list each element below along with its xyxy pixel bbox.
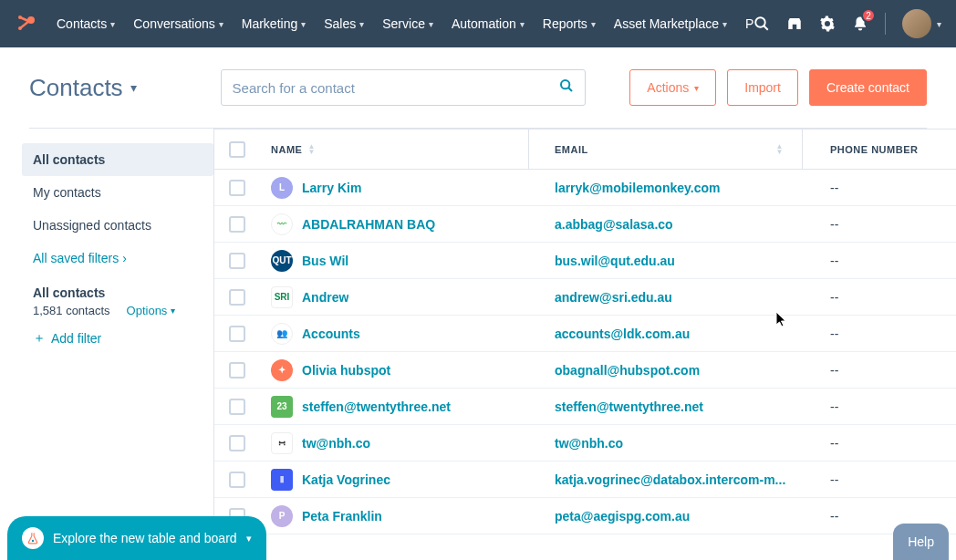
nav-reports[interactable]: Reports▾	[534, 9, 605, 38]
search-input[interactable]	[233, 80, 559, 96]
table-row[interactable]: P Peta Franklin peta@aegispg.com.au --	[214, 498, 956, 534]
contact-name[interactable]: ABDALRAHMAN BAQ	[302, 217, 435, 232]
nav-asset-marketplace[interactable]: Asset Marketplace▾	[605, 9, 736, 38]
contact-avatar: ⦀	[271, 469, 293, 491]
chevron-down-icon: ▾	[130, 80, 137, 95]
table-row[interactable]: ∺ tw@nbh.co tw@nbh.co --	[214, 425, 956, 461]
help-button[interactable]: Help	[893, 524, 949, 560]
contact-name[interactable]: Accounts	[302, 327, 360, 341]
top-nav: Contacts▾ Conversations▾ Marketing▾ Sale…	[0, 0, 956, 47]
page-title-dropdown[interactable]: Contacts ▾	[29, 74, 137, 102]
contact-avatar: P	[271, 505, 293, 527]
contact-email[interactable]: andrew@sri.edu.au	[529, 290, 803, 305]
column-name[interactable]: NAME▲▼	[260, 130, 529, 169]
table-body: L Larry Kim larryk@mobilemonkey.com -- 〰…	[214, 170, 956, 560]
svg-point-6	[32, 540, 34, 542]
table-row[interactable]: ✦ Olivia hubspot obagnall@hubspot.com --	[214, 352, 956, 389]
row-checkbox[interactable]	[229, 435, 245, 451]
account-menu[interactable]: ▾	[902, 9, 941, 38]
sidebar-all-contacts[interactable]: All contacts	[22, 143, 213, 176]
table-row[interactable]: ⦀ Katja Vogrinec katja.vogrinec@databox.…	[214, 461, 956, 498]
contact-name[interactable]: Andrew	[302, 290, 348, 305]
import-button[interactable]: Import	[727, 69, 798, 106]
table-row[interactable]: L Larry Kim larryk@mobilemonkey.com --	[214, 170, 956, 206]
contact-avatar: ∺	[271, 432, 293, 454]
row-checkbox[interactable]	[229, 326, 245, 342]
table-row[interactable]: 〰 ABDALRAHMAN BAQ a.abbag@salasa.co --	[214, 206, 956, 243]
nav-marketing[interactable]: Marketing▾	[233, 9, 315, 38]
contact-email[interactable]: peta@aegispg.com.au	[529, 509, 803, 524]
nav-right: 2 ▾	[753, 9, 941, 38]
add-filter-button[interactable]: ＋Add filter	[22, 317, 213, 359]
contact-phone: --	[803, 327, 956, 341]
row-checkbox[interactable]	[229, 362, 245, 379]
sidebar-options[interactable]: Options▾	[127, 304, 176, 317]
contact-name[interactable]: tw@nbh.co	[302, 436, 370, 451]
contact-phone: --	[803, 254, 956, 268]
chevron-down-icon: ▾	[359, 19, 364, 29]
hubspot-logo[interactable]	[15, 12, 36, 36]
table-row[interactable]: 23 steffen@twentythree.net steffen@twent…	[214, 389, 956, 425]
nav-automation[interactable]: Automation▾	[442, 9, 534, 38]
create-contact-button[interactable]: Create contact	[809, 69, 927, 106]
column-phone[interactable]: PHONE NUMBER	[803, 144, 956, 155]
contact-phone: --	[803, 290, 956, 305]
select-all-checkbox[interactable]	[229, 141, 245, 158]
sidebar-my-contacts[interactable]: My contacts	[22, 176, 213, 209]
contact-avatar: L	[271, 177, 293, 199]
contact-name[interactable]: Peta Franklin	[302, 509, 382, 524]
table-row[interactable]: SRI Andrew andrew@sri.edu.au --	[214, 279, 956, 316]
contact-email[interactable]: tw@nbh.co	[529, 436, 803, 451]
contact-email[interactable]: a.abbag@salasa.co	[529, 217, 803, 232]
nav-partner[interactable]: Par	[736, 9, 753, 38]
contact-email[interactable]: accounts@ldk.com.au	[529, 327, 803, 341]
row-checkbox[interactable]	[229, 180, 245, 196]
contact-name[interactable]: Bus Wil	[302, 254, 348, 268]
contact-avatar: 〰	[271, 213, 293, 235]
contact-name[interactable]: Katja Vogrinec	[302, 472, 390, 487]
contact-phone: --	[803, 363, 956, 378]
search-icon[interactable]	[753, 16, 770, 32]
row-checkbox[interactable]	[229, 399, 245, 415]
search-icon[interactable]	[559, 78, 574, 97]
search-box[interactable]	[221, 69, 586, 106]
row-checkbox[interactable]	[229, 216, 245, 233]
contact-email[interactable]: bus.wil@qut.edu.au	[529, 254, 803, 268]
sidebar-unassigned[interactable]: Unassigned contacts	[22, 209, 213, 242]
nav-contacts[interactable]: Contacts▾	[47, 9, 124, 38]
sidebar-saved-filters[interactable]: All saved filters›	[22, 242, 213, 275]
table-row[interactable]: 👥 Accounts accounts@ldk.com.au --	[214, 316, 956, 352]
settings-icon[interactable]	[819, 16, 836, 32]
contact-phone: --	[803, 436, 956, 451]
contact-phone: --	[803, 217, 956, 232]
contact-name[interactable]: Olivia hubspot	[302, 363, 390, 378]
chevron-down-icon: ▾	[110, 19, 115, 29]
contact-avatar: 23	[271, 396, 293, 418]
contact-email[interactable]: obagnall@hubspot.com	[529, 363, 803, 378]
contact-name[interactable]: Larry Kim	[302, 181, 361, 195]
row-checkbox[interactable]	[229, 472, 245, 488]
column-email[interactable]: EMAIL▲▼	[529, 130, 803, 169]
flask-icon	[22, 527, 44, 549]
explore-toast[interactable]: Explore the new table and board ▾	[7, 516, 266, 560]
svg-rect-4	[793, 25, 797, 29]
chevron-down-icon: ▾	[937, 19, 941, 29]
contact-avatar: ✦	[271, 359, 293, 381]
contact-name[interactable]: steffen@twentythree.net	[302, 399, 451, 414]
contact-email[interactable]: steffen@twentythree.net	[529, 399, 803, 414]
nav-sales[interactable]: Sales▾	[315, 9, 373, 38]
nav-items: Contacts▾ Conversations▾ Marketing▾ Sale…	[47, 9, 753, 38]
contact-email[interactable]: larryk@mobilemonkey.com	[529, 181, 803, 195]
notifications-icon[interactable]: 2	[852, 16, 868, 32]
nav-conversations[interactable]: Conversations▾	[124, 9, 233, 38]
page-title: Contacts	[29, 74, 123, 102]
marketplace-icon[interactable]	[786, 16, 803, 32]
table-row[interactable]: QUT Bus Wil bus.wil@qut.edu.au --	[214, 243, 956, 279]
chevron-down-icon: ▾	[246, 533, 252, 544]
row-checkbox[interactable]	[229, 253, 245, 269]
plus-icon: ＋	[33, 330, 46, 347]
actions-button[interactable]: Actions▾	[629, 69, 716, 106]
row-checkbox[interactable]	[229, 289, 245, 306]
contact-email[interactable]: katja.vogrinec@databox.intercom-m...	[529, 472, 803, 487]
nav-service[interactable]: Service▾	[373, 9, 442, 38]
